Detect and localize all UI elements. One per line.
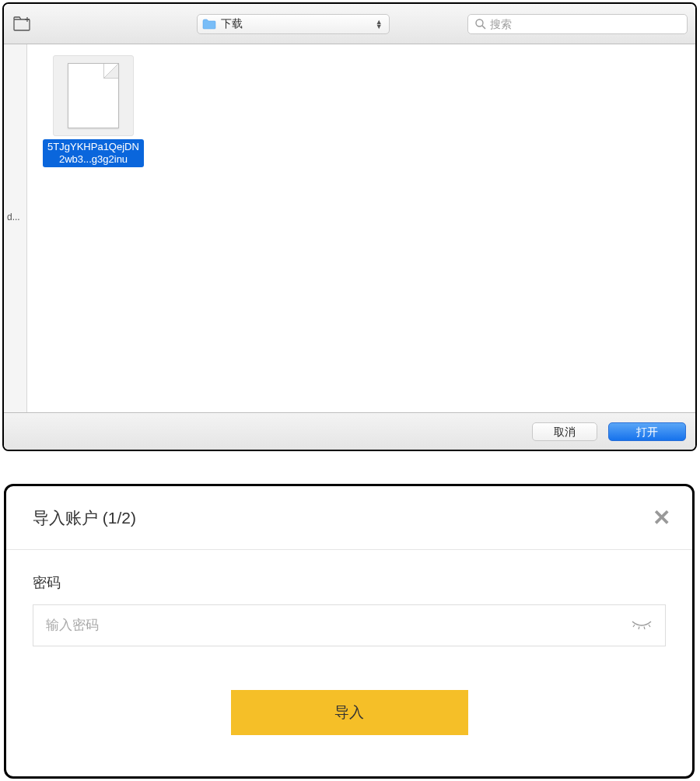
folder-add-icon [13,16,32,32]
svg-line-4 [482,26,485,29]
svg-line-8 [649,625,650,627]
file-picker-toolbar: 下载 ▲▼ [4,4,695,44]
svg-line-5 [633,625,635,627]
file-label: 5TJgYKHPa1QejDN2wb3...g3g2inu [43,139,144,167]
import-button[interactable]: 导入 [231,690,468,735]
svg-line-6 [639,627,639,630]
cancel-button[interactable]: 取消 [532,422,597,441]
close-icon[interactable]: ✕ [653,507,670,529]
eye-closed-icon[interactable] [631,618,653,632]
svg-point-3 [476,19,483,26]
file-picker-body: d... 5TJgYKHPa1QejDN2wb3...g3g2inu [4,44,695,412]
document-icon [68,63,119,128]
import-account-dialog: 导入账户 (1/2) ✕ 密码 导入 [4,484,695,779]
folder-select-label: 下载 [221,17,373,31]
search-icon [474,18,487,30]
open-button[interactable]: 打开 [608,422,686,441]
password-label: 密码 [33,573,666,592]
password-input[interactable] [46,618,631,633]
password-field-row [33,604,666,646]
search-input[interactable] [490,18,681,30]
dialog-title: 导入账户 (1/2) [33,507,136,529]
file-picker-window: 下载 ▲▼ d... 5TJgYKHPa1QejDN2wb3...g3g2inu [2,2,697,451]
new-folder-button[interactable] [12,15,33,33]
file-item[interactable]: 5TJgYKHPa1QejDN2wb3...g3g2inu [43,55,144,167]
chevron-updown-icon: ▲▼ [373,19,384,29]
dialog-body: 密码 导入 [6,550,692,776]
folder-select-dropdown[interactable]: 下载 ▲▼ [197,14,390,34]
file-thumbnail [53,55,134,136]
file-grid[interactable]: 5TJgYKHPa1QejDN2wb3...g3g2inu [27,44,695,412]
search-box[interactable] [467,14,688,34]
sidebar-truncated-text: d... [7,212,20,222]
svg-line-7 [644,627,645,630]
dialog-header: 导入账户 (1/2) ✕ [6,486,692,550]
file-picker-sidebar[interactable]: d... [4,44,27,412]
import-button-row: 导入 [33,646,666,735]
folder-icon [202,19,216,30]
file-picker-footer: 取消 打开 [4,412,695,450]
